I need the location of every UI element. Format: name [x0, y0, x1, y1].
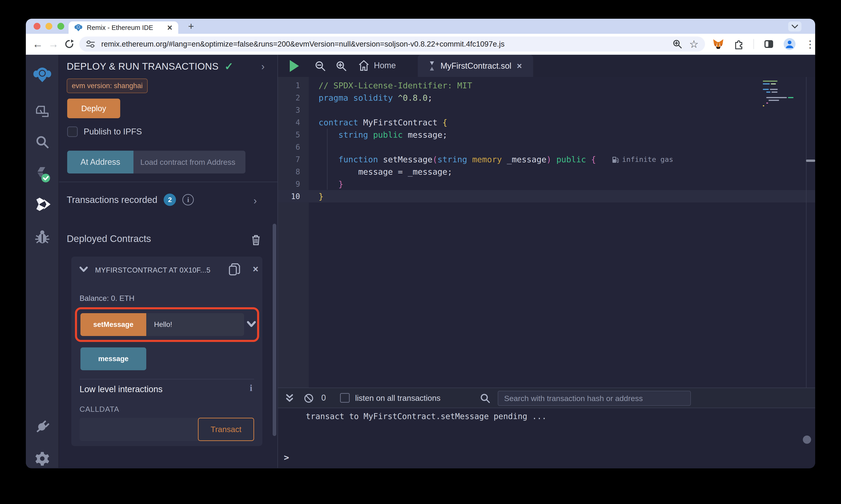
editor-scrollbar-thumb[interactable]	[806, 160, 815, 162]
transactions-expand-chevron[interactable]: ›	[254, 195, 257, 206]
terminal-search-input[interactable]	[498, 391, 691, 406]
set-message-button[interactable]: setMessage	[81, 313, 146, 336]
code-line-8[interactable]: 8 message = _message;	[278, 165, 815, 178]
tab-close-icon[interactable]: ×	[167, 23, 172, 32]
publish-ipfs-checkbox[interactable]	[67, 126, 78, 137]
terminal-search-icon	[480, 393, 491, 403]
at-address-row: At Address	[67, 151, 245, 174]
bookmark-star-icon[interactable]: ☆	[689, 38, 699, 50]
terminal-log[interactable]: transact to MyFirstContract.setMessage p…	[278, 408, 815, 468]
code-editor[interactable]: 1// SPDX-License-Identifier: MIT2pragma …	[278, 77, 815, 388]
clear-console-icon[interactable]	[304, 393, 314, 403]
panel-collapse-chevron[interactable]: ›	[261, 61, 265, 72]
set-message-input[interactable]	[146, 313, 244, 336]
code-line-2[interactable]: 2pragma solidity ^0.8.0;	[278, 92, 815, 104]
code-line-9[interactable]: 9 }	[278, 178, 815, 190]
code-line-1[interactable]: 1// SPDX-License-Identifier: MIT	[278, 79, 815, 92]
address-bar[interactable]: remix.ethereum.org/#lang=en&optimize=fal…	[79, 37, 705, 52]
low-level-info-icon[interactable]: i	[250, 382, 252, 393]
extensions-puzzle-icon[interactable]	[733, 39, 744, 49]
code-line-4[interactable]: 4contract MyFirstContract {	[278, 116, 815, 128]
trash-icon[interactable]	[251, 234, 261, 246]
terminal-prompt[interactable]: >	[284, 452, 289, 463]
compile-success-check-icon: ✓	[224, 60, 233, 73]
tab-title: Remix - Ethereum IDE	[87, 24, 167, 32]
home-tab[interactable]: Home	[358, 60, 396, 71]
terminal-scroll-bubble[interactable]	[803, 435, 811, 444]
side-panel-icon[interactable]	[763, 39, 774, 49]
browser-tabstrip: Remix - Ethereum IDE × +	[26, 19, 815, 34]
copy-address-icon[interactable]	[228, 263, 240, 276]
at-address-button[interactable]: At Address	[67, 151, 134, 174]
code-line-10[interactable]: 10}	[278, 190, 815, 202]
minimap[interactable]	[763, 80, 801, 108]
collapse-terminal-icon[interactable]	[286, 394, 293, 403]
file-tab-close-icon[interactable]: ×	[517, 61, 522, 70]
file-tab-active[interactable]: MyFirstContract.sol ×	[418, 55, 533, 77]
solidity-file-icon	[429, 61, 435, 71]
transact-button[interactable]: Transact	[198, 418, 254, 441]
new-tab-button[interactable]: +	[186, 21, 196, 32]
transactions-count-badge: 2	[164, 194, 176, 206]
code-line-5[interactable]: 5 string public message;	[278, 128, 815, 141]
transactions-recorded-label: Transactions recorded	[67, 195, 157, 205]
editor-tabbar: Home MyFirstContract.sol ×	[278, 55, 815, 77]
traffic-lights	[34, 23, 64, 30]
debugger-icon[interactable]	[26, 230, 58, 244]
evm-version-badge: evm version: shanghai	[67, 78, 148, 93]
metamask-extension-icon[interactable]	[713, 39, 724, 49]
line-number: 2	[278, 93, 309, 102]
contract-expand-chevron[interactable]	[80, 267, 88, 272]
indent-guide	[327, 128, 327, 190]
line-number: 3	[278, 106, 309, 114]
settings-gear-icon[interactable]	[26, 451, 58, 466]
deploy-run-icon[interactable]	[26, 197, 58, 211]
zoom-out-icon[interactable]	[314, 60, 326, 72]
code-line-3[interactable]: 3	[278, 104, 815, 116]
gas-annotation: infinite gas	[612, 155, 673, 163]
line-number: 10	[278, 192, 309, 201]
low-level-title: Low level interactions	[80, 384, 162, 394]
code-line-6[interactable]: 6	[278, 141, 815, 153]
browser-tab[interactable]: Remix - Ethereum IDE ×	[69, 21, 178, 34]
browser-menu-icon[interactable]: ⋮	[805, 38, 815, 50]
deploy-button[interactable]: Deploy	[67, 98, 120, 118]
tab-search-button[interactable]	[788, 21, 802, 32]
remix-logo-icon[interactable]	[26, 67, 58, 82]
site-settings-icon[interactable]	[86, 39, 95, 49]
toolbar-divider	[754, 39, 754, 49]
forward-button[interactable]: →	[46, 38, 62, 50]
close-window-button[interactable]	[34, 23, 40, 30]
code-line-7[interactable]: 7 function setMessage(string memory _mes…	[278, 153, 815, 165]
back-button[interactable]: ←	[30, 38, 46, 50]
minimize-window-button[interactable]	[46, 23, 52, 30]
remix-favicon	[74, 24, 82, 32]
remove-contract-icon[interactable]: ×	[253, 264, 258, 274]
profile-avatar[interactable]	[784, 38, 795, 50]
publish-ipfs-label: Publish to IPFS	[84, 127, 142, 137]
panel-scrollbar[interactable]	[273, 224, 276, 436]
listen-transactions-checkbox[interactable]	[340, 393, 350, 403]
line-number: 9	[278, 180, 309, 188]
zoom-in-icon[interactable]	[336, 60, 347, 72]
transactions-info-icon[interactable]: i	[182, 194, 194, 205]
solidity-compiler-icon[interactable]	[26, 166, 58, 183]
zoom-window-button[interactable]	[57, 23, 64, 30]
terminal-log-line: transact to MyFirstContract.setMessage p…	[306, 412, 547, 421]
editor-scrollbar-track[interactable]	[806, 77, 815, 388]
contract-title[interactable]: MYFIRSTCONTRACT AT 0X10F...5	[95, 266, 223, 274]
run-script-play-icon[interactable]	[290, 60, 299, 72]
message-getter-button[interactable]: message	[81, 347, 146, 370]
plugin-manager-icon[interactable]	[26, 419, 58, 433]
file-explorer-icon[interactable]	[26, 105, 58, 118]
reload-button[interactable]	[61, 39, 77, 49]
at-address-input[interactable]	[134, 151, 245, 174]
zoom-page-icon[interactable]	[672, 39, 682, 49]
expand-args-chevron[interactable]	[247, 321, 256, 327]
calldata-label: CALLDATA	[80, 405, 119, 414]
icon-rail	[26, 55, 59, 468]
search-icon[interactable]	[26, 135, 58, 149]
url-text[interactable]: remix.ethereum.org/#lang=en&optimize=fal…	[101, 40, 666, 48]
file-tab-label: MyFirstContract.sol	[440, 61, 511, 71]
line-number: 1	[278, 81, 309, 90]
